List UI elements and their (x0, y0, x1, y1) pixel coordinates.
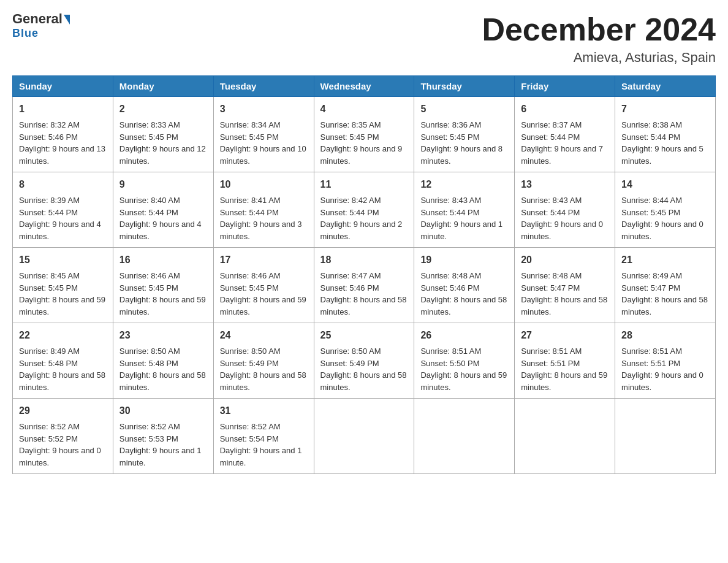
week-row-4: 22 Sunrise: 8:49 AMSunset: 5:48 PMDaylig… (13, 323, 716, 399)
calendar-cell: 19 Sunrise: 8:48 AMSunset: 5:46 PMDaylig… (414, 248, 515, 323)
day-number: 18 (320, 253, 408, 267)
day-number: 7 (621, 102, 709, 117)
header-thursday: Thursday (414, 76, 515, 97)
calendar-cell (515, 399, 615, 474)
day-number: 26 (420, 328, 508, 343)
day-number: 24 (220, 328, 308, 343)
day-number: 6 (521, 102, 609, 117)
day-number: 30 (119, 404, 207, 418)
header-monday: Monday (113, 76, 213, 97)
day-info: Sunrise: 8:52 AMSunset: 5:54 PMDaylight:… (220, 422, 302, 467)
calendar-cell: 10 Sunrise: 8:41 AMSunset: 5:44 PMDaylig… (213, 172, 314, 248)
day-number: 25 (320, 328, 408, 343)
day-info: Sunrise: 8:49 AMSunset: 5:47 PMDaylight:… (621, 271, 708, 316)
calendar-cell: 22 Sunrise: 8:49 AMSunset: 5:48 PMDaylig… (13, 323, 113, 399)
day-info: Sunrise: 8:46 AMSunset: 5:45 PMDaylight:… (220, 271, 306, 316)
day-number: 31 (220, 404, 308, 418)
calendar-cell: 9 Sunrise: 8:40 AMSunset: 5:44 PMDayligh… (113, 172, 213, 248)
header-sunday: Sunday (13, 76, 113, 97)
page-header: General Blue December 2024 Amieva, Astur… (12, 12, 716, 66)
calendar-cell: 25 Sunrise: 8:50 AMSunset: 5:49 PMDaylig… (314, 323, 414, 399)
calendar-cell: 12 Sunrise: 8:43 AMSunset: 5:44 PMDaylig… (414, 172, 515, 248)
day-number: 11 (320, 177, 408, 192)
day-number: 17 (220, 253, 308, 267)
header-saturday: Saturday (615, 76, 716, 97)
calendar-cell: 8 Sunrise: 8:39 AMSunset: 5:44 PMDayligh… (13, 172, 113, 248)
day-info: Sunrise: 8:33 AMSunset: 5:45 PMDaylight:… (119, 120, 206, 166)
calendar-cell: 28 Sunrise: 8:51 AMSunset: 5:51 PMDaylig… (615, 323, 716, 399)
day-info: Sunrise: 8:38 AMSunset: 5:44 PMDaylight:… (621, 120, 703, 166)
day-info: Sunrise: 8:47 AMSunset: 5:46 PMDaylight:… (320, 271, 407, 316)
calendar-cell: 29 Sunrise: 8:52 AMSunset: 5:52 PMDaylig… (13, 399, 113, 474)
day-info: Sunrise: 8:52 AMSunset: 5:52 PMDaylight:… (19, 422, 101, 467)
day-number: 12 (420, 177, 508, 192)
day-info: Sunrise: 8:50 AMSunset: 5:48 PMDaylight:… (119, 347, 206, 392)
calendar-cell: 16 Sunrise: 8:46 AMSunset: 5:45 PMDaylig… (113, 248, 213, 323)
calendar-cell: 23 Sunrise: 8:50 AMSunset: 5:48 PMDaylig… (113, 323, 213, 399)
day-info: Sunrise: 8:34 AMSunset: 5:45 PMDaylight:… (220, 120, 306, 166)
day-info: Sunrise: 8:41 AMSunset: 5:44 PMDaylight:… (220, 196, 302, 241)
day-info: Sunrise: 8:51 AMSunset: 5:50 PMDaylight:… (420, 347, 507, 392)
day-number: 5 (420, 102, 508, 117)
day-info: Sunrise: 8:32 AMSunset: 5:46 PMDaylight:… (19, 120, 105, 166)
day-number: 29 (19, 404, 107, 418)
day-info: Sunrise: 8:35 AMSunset: 5:45 PMDaylight:… (320, 120, 403, 166)
day-number: 9 (119, 177, 207, 192)
title-area: December 2024 Amieva, Asturias, Spain (482, 12, 716, 66)
day-info: Sunrise: 8:36 AMSunset: 5:45 PMDaylight:… (420, 120, 502, 166)
calendar-header-row: SundayMondayTuesdayWednesdayThursdayFrid… (13, 76, 716, 97)
calendar-cell: 31 Sunrise: 8:52 AMSunset: 5:54 PMDaylig… (213, 399, 314, 474)
calendar-cell: 7 Sunrise: 8:38 AMSunset: 5:44 PMDayligh… (615, 97, 716, 172)
day-info: Sunrise: 8:50 AMSunset: 5:49 PMDaylight:… (320, 347, 407, 392)
day-info: Sunrise: 8:52 AMSunset: 5:53 PMDaylight:… (119, 422, 202, 467)
calendar-table: SundayMondayTuesdayWednesdayThursdayFrid… (12, 75, 716, 474)
week-row-3: 15 Sunrise: 8:45 AMSunset: 5:45 PMDaylig… (13, 248, 716, 323)
calendar-cell: 20 Sunrise: 8:48 AMSunset: 5:47 PMDaylig… (515, 248, 615, 323)
calendar-cell: 27 Sunrise: 8:51 AMSunset: 5:51 PMDaylig… (515, 323, 615, 399)
calendar-cell: 26 Sunrise: 8:51 AMSunset: 5:50 PMDaylig… (414, 323, 515, 399)
day-number: 28 (621, 328, 709, 343)
day-info: Sunrise: 8:43 AMSunset: 5:44 PMDaylight:… (521, 196, 603, 241)
day-number: 19 (420, 253, 508, 267)
calendar-cell: 17 Sunrise: 8:46 AMSunset: 5:45 PMDaylig… (213, 248, 314, 323)
day-number: 20 (521, 253, 609, 267)
day-info: Sunrise: 8:42 AMSunset: 5:44 PMDaylight:… (320, 196, 403, 241)
calendar-cell: 1 Sunrise: 8:32 AMSunset: 5:46 PMDayligh… (13, 97, 113, 172)
day-info: Sunrise: 8:39 AMSunset: 5:44 PMDaylight:… (19, 196, 101, 241)
calendar-cell (314, 399, 414, 474)
day-number: 16 (119, 253, 207, 267)
day-info: Sunrise: 8:51 AMSunset: 5:51 PMDaylight:… (521, 347, 607, 392)
logo: General Blue (12, 12, 70, 40)
calendar-cell: 3 Sunrise: 8:34 AMSunset: 5:45 PMDayligh… (213, 97, 314, 172)
day-number: 15 (19, 253, 107, 267)
day-info: Sunrise: 8:51 AMSunset: 5:51 PMDaylight:… (621, 347, 703, 392)
calendar-cell: 18 Sunrise: 8:47 AMSunset: 5:46 PMDaylig… (314, 248, 414, 323)
calendar-cell: 14 Sunrise: 8:44 AMSunset: 5:45 PMDaylig… (615, 172, 716, 248)
week-row-1: 1 Sunrise: 8:32 AMSunset: 5:46 PMDayligh… (13, 97, 716, 172)
header-friday: Friday (515, 76, 615, 97)
calendar-cell (414, 399, 515, 474)
day-number: 4 (320, 102, 408, 117)
day-number: 23 (119, 328, 207, 343)
logo-text: General (12, 12, 70, 26)
week-row-5: 29 Sunrise: 8:52 AMSunset: 5:52 PMDaylig… (13, 399, 716, 474)
calendar-cell: 24 Sunrise: 8:50 AMSunset: 5:49 PMDaylig… (213, 323, 314, 399)
day-info: Sunrise: 8:48 AMSunset: 5:46 PMDaylight:… (420, 271, 507, 316)
day-number: 8 (19, 177, 107, 192)
day-info: Sunrise: 8:45 AMSunset: 5:45 PMDaylight:… (19, 271, 105, 316)
calendar-cell: 30 Sunrise: 8:52 AMSunset: 5:53 PMDaylig… (113, 399, 213, 474)
day-number: 1 (19, 102, 107, 117)
calendar-cell (615, 399, 716, 474)
day-number: 21 (621, 253, 709, 267)
calendar-cell: 11 Sunrise: 8:42 AMSunset: 5:44 PMDaylig… (314, 172, 414, 248)
day-number: 22 (19, 328, 107, 343)
day-info: Sunrise: 8:46 AMSunset: 5:45 PMDaylight:… (119, 271, 206, 316)
location-title: Amieva, Asturias, Spain (482, 50, 716, 66)
day-number: 2 (119, 102, 207, 117)
day-number: 14 (621, 177, 709, 192)
day-number: 13 (521, 177, 609, 192)
month-title: December 2024 (482, 12, 716, 47)
day-number: 10 (220, 177, 308, 192)
day-info: Sunrise: 8:37 AMSunset: 5:44 PMDaylight:… (521, 120, 603, 166)
calendar-cell: 13 Sunrise: 8:43 AMSunset: 5:44 PMDaylig… (515, 172, 615, 248)
